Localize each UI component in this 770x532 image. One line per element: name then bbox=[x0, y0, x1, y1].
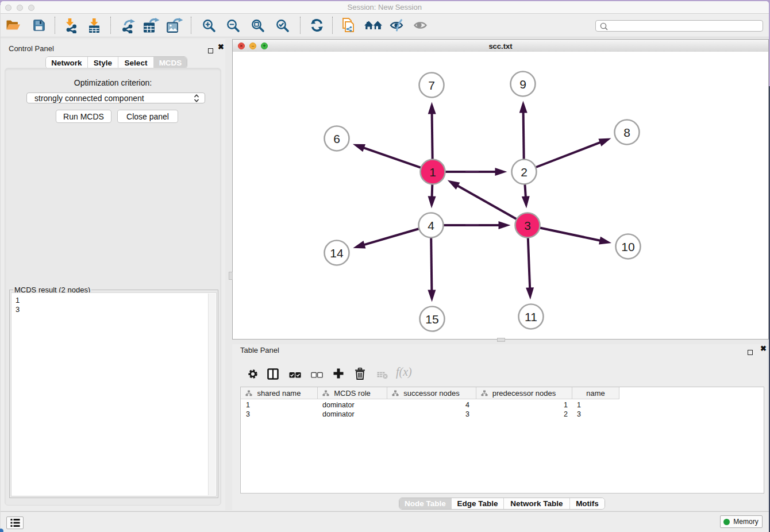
svg-text:6: 6 bbox=[333, 132, 340, 145]
svg-text:2: 2 bbox=[521, 165, 528, 179]
svg-text:9: 9 bbox=[519, 78, 526, 91]
svg-text:3: 3 bbox=[524, 219, 531, 232]
svg-text:4: 4 bbox=[428, 219, 434, 232]
svg-text:10: 10 bbox=[621, 240, 634, 253]
svg-text:15: 15 bbox=[425, 313, 438, 326]
svg-text:7: 7 bbox=[428, 79, 435, 92]
svg-text:8: 8 bbox=[623, 126, 630, 139]
svg-text:1: 1 bbox=[429, 165, 436, 179]
svg-text:14: 14 bbox=[330, 246, 344, 260]
svg-text:11: 11 bbox=[525, 310, 537, 323]
